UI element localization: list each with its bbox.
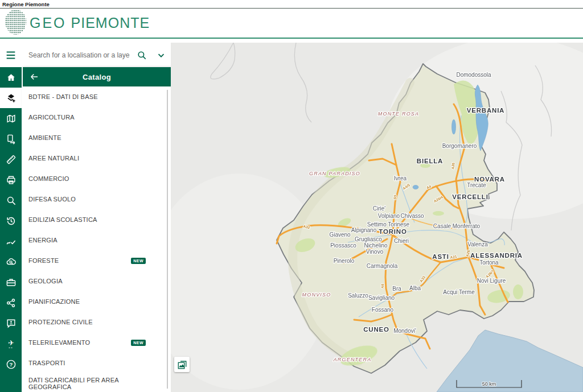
map-canvas: A26A4/5A4A5A26/4A21A26A6A33A26/7A32 MONT…: [171, 43, 583, 392]
catalog-item-label: ENERGIA: [28, 237, 58, 244]
app-header: Regione Piemonte GEOPIEMONTE: [0, 0, 583, 39]
share-icon: [6, 298, 17, 308]
catalog-item-label: PROTEZIONE CIVILE: [28, 319, 93, 325]
add-layers-icon: [6, 93, 17, 104]
map-label-city: Borgomanero: [442, 143, 477, 149]
tool-draw-button[interactable]: [0, 231, 22, 251]
catalog-item[interactable]: AGRICOLTURA: [23, 107, 171, 127]
map-label-city: Novi Ligure: [477, 278, 506, 284]
map-label-city: Domodossola: [456, 72, 491, 78]
tool-cloud-search-button[interactable]: [0, 251, 22, 272]
map-viewport[interactable]: A26A4/5A4A5A26/4A21A26A6A33A26/7A32 MONT…: [171, 43, 583, 392]
basemap-layers-icon: [177, 360, 187, 370]
catalog-item-label: TRASPORTI: [28, 360, 65, 366]
map-label-city: BIELLA: [417, 158, 443, 164]
map-label-city: Acqui Terme: [443, 289, 475, 295]
map-label-city: ALESSANDRIA: [470, 252, 523, 259]
catalog-item-label: PIANIFICAZIONE: [28, 298, 80, 305]
catalog-item[interactable]: FORESTENEW: [23, 250, 171, 271]
map-label-city: Mondovi': [393, 328, 416, 334]
tool-share-button[interactable]: [0, 292, 22, 313]
tool-help-button[interactable]: ?: [0, 354, 22, 374]
tool-map-button[interactable]: [0, 108, 22, 129]
catalog-item[interactable]: COMMERCIO: [23, 168, 171, 189]
cloud-search-icon: [6, 257, 17, 267]
geoportal-app: Regione Piemonte GEOPIEMONTE ✈? Catalog …: [0, 0, 583, 392]
search-strip: [0, 43, 171, 67]
home-icon: [6, 72, 17, 83]
new-badge: NEW: [131, 258, 146, 264]
tool-measure-button[interactable]: [0, 149, 22, 170]
map-label-mountain: GRAN PARADISO: [309, 171, 360, 176]
gov-label: Regione Piemonte: [2, 1, 50, 7]
back-button[interactable]: [23, 67, 46, 86]
map-label-city: Tortona: [479, 259, 499, 266]
hamburger-icon: [5, 49, 17, 61]
map-label-city: Fossano: [372, 307, 394, 313]
brand-geo: GEO: [30, 15, 67, 31]
map-label-city: Piossasco: [330, 242, 356, 249]
catalog-header: Catalog: [23, 67, 171, 86]
tool-home-button[interactable]: [0, 67, 22, 88]
scale-label: 50 km: [482, 381, 496, 387]
search-button[interactable]: [132, 43, 151, 67]
map-label-road: A6: [380, 283, 385, 288]
catalog-item-label: GEOLOGIA: [28, 278, 63, 284]
search-icon: [6, 195, 17, 206]
catalog-item[interactable]: BDTRE - DATI DI BASE: [23, 86, 171, 107]
tool-history-button[interactable]: [0, 211, 22, 231]
tool-flight-button[interactable]: ✈: [0, 333, 22, 354]
file-export-icon: [6, 134, 17, 145]
menu-button[interactable]: [0, 43, 22, 67]
map-label-city: Chieri: [394, 238, 409, 244]
map-label-city: TORINO: [379, 228, 407, 235]
map-label-road: A5: [392, 194, 397, 200]
measure-icon: [6, 154, 17, 165]
help-icon: ?: [6, 359, 17, 370]
catalog-item[interactable]: EDILIZIA SCOLASTICA: [23, 209, 171, 230]
catalog-item-label: AGRICOLTURA: [28, 114, 75, 121]
tool-file-export-button[interactable]: [0, 129, 22, 149]
catalog-item[interactable]: AMBIENTE: [23, 127, 171, 148]
map-icon: [6, 113, 17, 124]
catalog-item-label: FORESTE: [28, 257, 59, 264]
catalog-item[interactable]: ENERGIA: [23, 230, 171, 250]
catalog-item[interactable]: DATI SCARICABILI PER AREA GEOGRAFICA: [23, 373, 171, 392]
map-label-city: Pinerolo: [334, 258, 355, 264]
catalog-item-label: AMBIENTE: [28, 134, 61, 141]
catalog-item-label: COMMERCIO: [28, 175, 69, 182]
catalog-item[interactable]: DIFESA SUOLO: [23, 189, 171, 209]
catalog-item[interactable]: TELERILEVAMENTONEW: [23, 332, 171, 353]
basemap-switcher-button[interactable]: [174, 357, 190, 372]
map-label-city: Savigliano: [368, 295, 395, 301]
catalog-item[interactable]: PIANIFICAZIONE: [23, 291, 171, 312]
tool-feedback-button[interactable]: [0, 313, 22, 333]
header-rule-bottom: [0, 38, 583, 39]
catalog-scrollbar[interactable]: [167, 90, 168, 389]
feedback-icon: [6, 318, 17, 329]
tool-rail: ✈?: [0, 67, 22, 392]
catalog-item[interactable]: AREE NATURALI: [23, 148, 171, 168]
tool-search-tool-button[interactable]: [0, 190, 22, 211]
search-options-button[interactable]: [151, 43, 171, 67]
map-label-city: Casale Monferrato: [433, 223, 481, 229]
catalog-item-label: DATI SCARICABILI PER AREA GEOGRAFICA: [28, 377, 146, 390]
search-input[interactable]: [22, 51, 132, 59]
tool-print-button[interactable]: [0, 170, 22, 190]
tool-toolbox-button[interactable]: [0, 272, 22, 292]
map-label-city: Chivasso: [400, 213, 424, 219]
new-badge: NEW: [131, 340, 146, 346]
map-label-city: Alpignano: [351, 227, 377, 233]
catalog-item[interactable]: PROTEZIONE CIVILE: [23, 312, 171, 332]
brand-piemonte: PIEMONTE: [71, 15, 150, 31]
catalog-item-label: DIFESA SUOLO: [28, 196, 76, 203]
catalog-item[interactable]: GEOLOGIA: [23, 271, 171, 291]
catalog-item[interactable]: TRASPORTI: [23, 353, 171, 373]
history-icon: [6, 216, 17, 226]
map-label-city: Ivrea: [394, 175, 407, 181]
tool-add-layers-button[interactable]: [0, 88, 22, 108]
map-label-city: VERCELLI: [452, 193, 488, 200]
map-label-city: Carmagnola: [367, 263, 398, 269]
map-label-city: Grugliasco: [355, 236, 382, 242]
map-label-city: Nichelino: [364, 242, 388, 249]
